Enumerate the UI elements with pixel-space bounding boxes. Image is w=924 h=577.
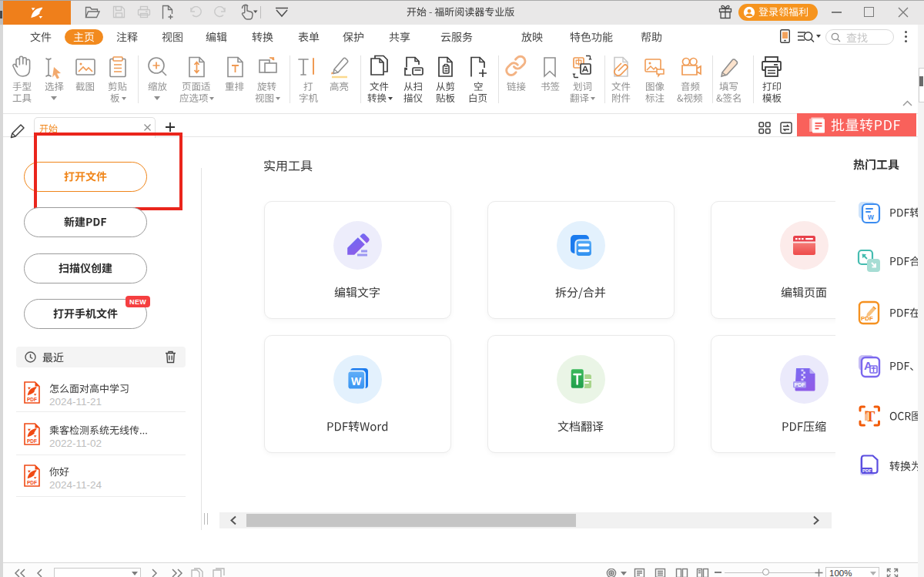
- svg-text:PDF: PDF: [862, 468, 872, 473]
- svg-text:PDF: PDF: [27, 480, 37, 485]
- svg-text:T: T: [865, 408, 875, 424]
- svg-text:W: W: [351, 375, 362, 387]
- svg-text:PDF: PDF: [27, 438, 37, 444]
- svg-text:PDF: PDF: [795, 382, 806, 387]
- svg-text:w: w: [867, 213, 874, 221]
- svg-text:PDF: PDF: [27, 397, 37, 402]
- svg-text:PDF: PDF: [861, 315, 873, 322]
